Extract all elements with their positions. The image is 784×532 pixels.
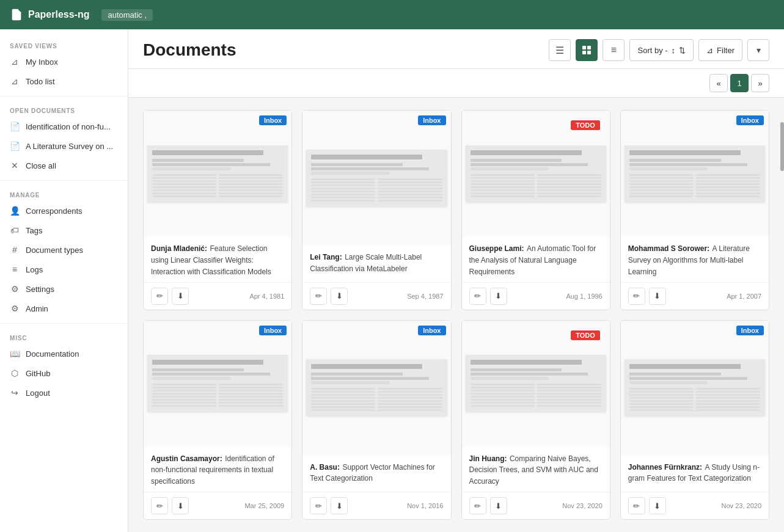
doc-date: Nov 1, 2016: [407, 502, 443, 509]
doc-author: Johannes Fürnkranz:: [628, 463, 702, 472]
doc-download-button[interactable]: ⬇: [649, 497, 666, 514]
doc-footer: ✏ ⬇ Mar 25, 2009: [144, 492, 291, 519]
view-detail-button[interactable]: ≡: [603, 39, 625, 61]
sidebar-item-document-types[interactable]: # Document types: [0, 240, 128, 260]
doc-actions: ✏ ⬇: [310, 288, 348, 305]
doc-thumbnail: Inbox: [144, 321, 291, 446]
sort-desc-icon: ↕: [672, 46, 676, 55]
doc-download-button[interactable]: ⬇: [172, 497, 189, 514]
documents-grid: Inbox Dunja Mladenić: Feature Selection …: [128, 98, 784, 532]
doc-author: Giuseppe Lami:: [469, 244, 524, 253]
doc-edit-button[interactable]: ✏: [469, 288, 486, 305]
sidebar-item-my-inbox[interactable]: ⊿ My Inbox: [0, 52, 128, 71]
open-documents-label: OPEN DOCUMENTS: [0, 101, 128, 117]
doc-download-button[interactable]: ⬇: [172, 288, 189, 305]
sidebar-item-tags[interactable]: 🏷 Tags: [0, 220, 128, 240]
sidebar-close-all[interactable]: ✕ Close all: [0, 156, 128, 175]
doc-edit-button[interactable]: ✏: [628, 497, 645, 514]
doc-card-doc2[interactable]: Inbox Lei Tang: Large Scale Multi-Label …: [302, 110, 451, 310]
view-grid-button[interactable]: [576, 39, 598, 61]
logout-icon: ↪: [10, 388, 20, 398]
sidebar-item-settings[interactable]: ⚙ Settings: [0, 279, 128, 299]
doc-author: Mohammad S Sorower:: [628, 244, 709, 253]
doc-edit-button[interactable]: ✏: [151, 497, 168, 514]
doc-edit-button[interactable]: ✏: [469, 497, 486, 514]
filter-button[interactable]: ⊿ Filter: [698, 39, 742, 61]
header-controls: ☰ ≡ Sort by - ↕ ⇅ ⊿ Fil: [549, 39, 769, 61]
doc-edit-button[interactable]: ✏: [310, 497, 327, 514]
svg-rect-2: [582, 51, 586, 54]
github-label: GitHub: [26, 369, 50, 378]
doc-actions: ✏ ⬇: [469, 288, 507, 305]
doc-info: A. Basu: Support Vector Machines for Tex…: [302, 455, 450, 492]
settings-label: Settings: [26, 285, 54, 294]
doc-actions: ✏ ⬇: [628, 497, 666, 514]
doc-card-doc7[interactable]: InboxTODO Jin Huang: Comparing Naive Bay…: [461, 320, 610, 520]
doc-thumbnail: Inbox: [302, 321, 450, 455]
badge-inbox: Inbox: [736, 115, 764, 125]
logs-label: Logs: [26, 265, 43, 274]
scrollbar-thumb[interactable]: [780, 122, 784, 171]
sort-label: Sort by -: [637, 46, 667, 55]
doc-card-doc4[interactable]: Inbox Mohammad S Sorower: A Literature S…: [620, 110, 769, 310]
doc-card-doc5[interactable]: Inbox Agustin Casamayor: Identification …: [143, 320, 292, 520]
divider-2: [0, 180, 128, 181]
sidebar-item-admin[interactable]: ⚙ Admin: [0, 299, 128, 318]
misc-label: MISC: [0, 329, 128, 344]
doc-edit-button[interactable]: ✏: [151, 288, 168, 305]
sidebar-open-doc-2[interactable]: 📄 A Literature Survey on ...: [0, 136, 128, 156]
doc-card-doc6[interactable]: Inbox A. Basu: Support Vector Machines f…: [302, 320, 451, 520]
doc-download-button[interactable]: ⬇: [331, 497, 348, 514]
doc-thumbnail: Inbox: [144, 111, 291, 236]
github-icon: ⬡: [10, 368, 20, 378]
badge-todo: TODO: [571, 330, 600, 340]
prev-page-button[interactable]: «: [709, 74, 728, 92]
sidebar-item-correspondents[interactable]: 👤 Correspondents: [0, 201, 128, 220]
doc-info: Lei Tang: Large Scale Multi-Label Classi…: [302, 245, 450, 282]
sidebar-item-logout[interactable]: ↪ Logout: [0, 383, 128, 403]
sidebar-item-github[interactable]: ⬡ GitHub: [0, 363, 128, 383]
topbar: Paperless-ng automatic ,: [0, 0, 784, 29]
doc-footer: ✏ ⬇ Apr 1, 2007: [621, 282, 769, 310]
doc-footer: ✏ ⬇ Nov 23, 2020: [621, 492, 769, 519]
doc-download-button[interactable]: ⬇: [490, 497, 507, 514]
doc-info: Dunja Mladenić: Feature Selection using …: [144, 236, 291, 282]
doc-card-doc8[interactable]: Inbox Johannes Fürnkranz: A Study Using …: [620, 320, 769, 520]
doc-info: Mohammad S Sorower: A Literature Survey …: [621, 236, 769, 282]
tag-icon: 🏷: [10, 225, 20, 235]
funnel-icon-2: ⊿: [10, 76, 20, 86]
doc-footer: ✏ ⬇ Nov 1, 2016: [302, 492, 450, 519]
doc-author: Lei Tang:: [310, 253, 342, 261]
doc-actions: ✏ ⬇: [469, 497, 507, 514]
sidebar-open-doc-1[interactable]: 📄 Identification of non-fu...: [0, 117, 128, 136]
view-list-button[interactable]: ☰: [549, 39, 571, 61]
doc-download-button[interactable]: ⬇: [649, 288, 666, 305]
sort-button[interactable]: Sort by - ↕ ⇅: [629, 39, 694, 61]
sidebar-item-logs[interactable]: ≡ Logs: [0, 260, 128, 279]
doc-date: Mar 25, 2009: [244, 502, 284, 509]
logout-label: Logout: [26, 388, 50, 398]
doc-edit-button[interactable]: ✏: [310, 288, 327, 305]
sidebar-item-todo[interactable]: ⊿ Todo list: [0, 71, 128, 91]
badge-inbox: Inbox: [418, 115, 445, 125]
sidebar-item-documentation[interactable]: 📖 Documentation: [0, 344, 128, 363]
next-page-button[interactable]: »: [751, 74, 769, 92]
doc-card-doc1[interactable]: Inbox Dunja Mladenić: Feature Selection …: [143, 110, 292, 310]
manage-label: MANAGE: [0, 186, 128, 201]
app-logo[interactable]: Paperless-ng: [10, 8, 89, 21]
doc-download-button[interactable]: ⬇: [331, 288, 348, 305]
doc-date: Nov 23, 2020: [722, 502, 761, 509]
doc-date: Aug 1, 1996: [566, 293, 602, 300]
doc-edit-button[interactable]: ✏: [628, 288, 645, 305]
doc-thumbnail: Inbox: [621, 321, 769, 455]
filter-label: Filter: [717, 46, 735, 55]
pagination-bar: « 1 »: [128, 69, 784, 98]
current-page-button[interactable]: 1: [730, 74, 749, 92]
doc-download-button[interactable]: ⬇: [490, 288, 507, 305]
doc-thumbnail: Inbox: [621, 111, 769, 236]
filter-extra-button[interactable]: ▾: [747, 39, 769, 61]
doc-date: Sep 4, 1987: [407, 293, 443, 300]
doc-card-doc3[interactable]: InboxTODO Giuseppe Lami: An Automatic To…: [461, 110, 610, 310]
doc-thumbnail: Inbox: [302, 111, 450, 245]
doc-footer: ✏ ⬇ Apr 4, 1981: [144, 282, 291, 310]
